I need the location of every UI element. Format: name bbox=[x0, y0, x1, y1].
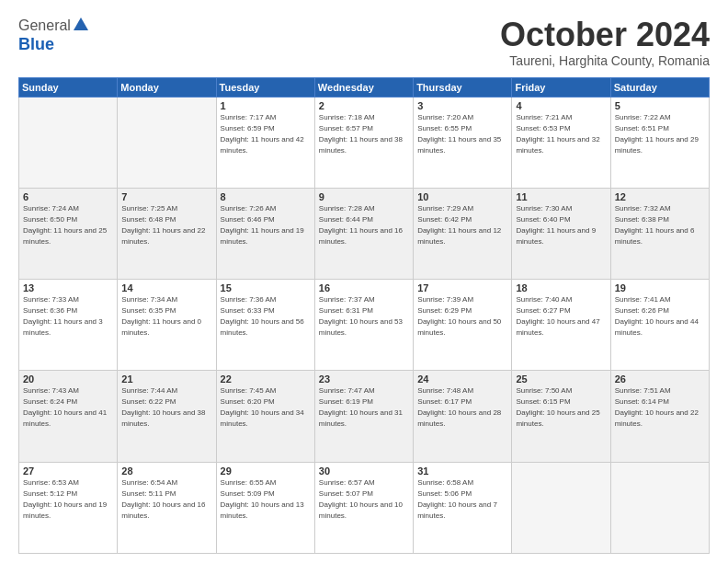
day-number: 17 bbox=[417, 282, 507, 293]
day-number: 7 bbox=[121, 191, 211, 202]
calendar-cell: 18Sunrise: 7:40 AMSunset: 6:27 PMDayligh… bbox=[512, 280, 610, 371]
day-detail: Sunrise: 7:21 AMSunset: 6:53 PMDaylight:… bbox=[516, 112, 606, 156]
day-number: 11 bbox=[516, 191, 606, 202]
calendar-cell: 31Sunrise: 6:58 AMSunset: 5:06 PMDayligh… bbox=[414, 462, 512, 553]
logo-blue-text: Blue bbox=[18, 35, 54, 53]
weekday-header-row: SundayMondayTuesdayWednesdayThursdayFrid… bbox=[19, 77, 710, 97]
calendar-cell: 3Sunrise: 7:20 AMSunset: 6:55 PMDaylight… bbox=[414, 97, 512, 188]
week-row-1: 1Sunrise: 7:17 AMSunset: 6:59 PMDaylight… bbox=[19, 97, 710, 188]
weekday-header-saturday: Saturday bbox=[610, 77, 709, 97]
day-detail: Sunrise: 7:36 AMSunset: 6:33 PMDaylight:… bbox=[221, 294, 311, 339]
calendar-cell bbox=[610, 462, 709, 553]
calendar-cell: 22Sunrise: 7:45 AMSunset: 6:20 PMDayligh… bbox=[216, 371, 314, 462]
day-number: 19 bbox=[615, 282, 705, 293]
weekday-header-wednesday: Wednesday bbox=[314, 77, 413, 97]
day-detail: Sunrise: 7:51 AMSunset: 6:14 PMDaylight:… bbox=[615, 385, 705, 430]
weekday-header-sunday: Sunday bbox=[19, 77, 118, 97]
day-number: 29 bbox=[221, 465, 311, 477]
day-number: 12 bbox=[615, 191, 705, 202]
calendar-cell: 21Sunrise: 7:44 AMSunset: 6:22 PMDayligh… bbox=[118, 371, 216, 462]
month-title: October 2024 bbox=[500, 17, 710, 53]
day-number: 4 bbox=[516, 100, 606, 111]
day-number: 10 bbox=[417, 191, 507, 202]
day-number: 20 bbox=[23, 373, 113, 385]
calendar-cell: 4Sunrise: 7:21 AMSunset: 6:53 PMDaylight… bbox=[512, 97, 610, 188]
day-number: 5 bbox=[615, 100, 705, 111]
calendar-cell: 12Sunrise: 7:32 AMSunset: 6:38 PMDayligh… bbox=[610, 188, 709, 279]
logo-triangle-icon bbox=[73, 17, 89, 31]
week-row-2: 6Sunrise: 7:24 AMSunset: 6:50 PMDaylight… bbox=[19, 188, 710, 279]
calendar-cell: 6Sunrise: 7:24 AMSunset: 6:50 PMDaylight… bbox=[19, 188, 118, 279]
calendar-cell: 26Sunrise: 7:51 AMSunset: 6:14 PMDayligh… bbox=[610, 371, 709, 462]
day-detail: Sunrise: 6:55 AMSunset: 5:09 PMDaylight:… bbox=[221, 477, 311, 522]
day-detail: Sunrise: 6:53 AMSunset: 5:12 PMDaylight:… bbox=[23, 477, 113, 522]
day-detail: Sunrise: 6:54 AMSunset: 5:11 PMDaylight:… bbox=[121, 477, 211, 522]
logo-general-text: General bbox=[18, 17, 71, 34]
day-number: 2 bbox=[319, 100, 409, 111]
day-detail: Sunrise: 7:22 AMSunset: 6:51 PMDaylight:… bbox=[615, 112, 705, 156]
day-number: 25 bbox=[516, 373, 606, 385]
day-detail: Sunrise: 7:18 AMSunset: 6:57 PMDaylight:… bbox=[319, 112, 409, 156]
calendar-cell bbox=[118, 97, 216, 188]
calendar-cell: 19Sunrise: 7:41 AMSunset: 6:26 PMDayligh… bbox=[610, 280, 709, 371]
calendar-cell: 2Sunrise: 7:18 AMSunset: 6:57 PMDaylight… bbox=[314, 97, 413, 188]
calendar-cell: 30Sunrise: 6:57 AMSunset: 5:07 PMDayligh… bbox=[314, 462, 413, 553]
calendar-cell: 16Sunrise: 7:37 AMSunset: 6:31 PMDayligh… bbox=[314, 280, 413, 371]
day-detail: Sunrise: 7:40 AMSunset: 6:27 PMDaylight:… bbox=[516, 294, 606, 339]
day-detail: Sunrise: 7:33 AMSunset: 6:36 PMDaylight:… bbox=[23, 294, 113, 339]
calendar-cell: 24Sunrise: 7:48 AMSunset: 6:17 PMDayligh… bbox=[414, 371, 512, 462]
day-number: 16 bbox=[319, 282, 409, 293]
title-block: October 2024 Taureni, Harghita County, R… bbox=[500, 17, 710, 68]
day-detail: Sunrise: 7:28 AMSunset: 6:44 PMDaylight:… bbox=[319, 203, 409, 247]
day-number: 28 bbox=[121, 465, 211, 477]
day-number: 23 bbox=[319, 373, 409, 385]
day-detail: Sunrise: 7:26 AMSunset: 6:46 PMDaylight:… bbox=[221, 203, 311, 247]
calendar-cell bbox=[19, 97, 118, 188]
day-number: 18 bbox=[516, 282, 606, 293]
week-row-3: 13Sunrise: 7:33 AMSunset: 6:36 PMDayligh… bbox=[19, 280, 710, 371]
calendar-cell: 8Sunrise: 7:26 AMSunset: 6:46 PMDaylight… bbox=[216, 188, 314, 279]
day-detail: Sunrise: 6:57 AMSunset: 5:07 PMDaylight:… bbox=[319, 477, 409, 522]
header: General Blue October 2024 Taureni, Hargh… bbox=[18, 17, 710, 68]
day-detail: Sunrise: 7:39 AMSunset: 6:29 PMDaylight:… bbox=[417, 294, 507, 339]
day-detail: Sunrise: 6:58 AMSunset: 5:06 PMDaylight:… bbox=[417, 477, 507, 522]
calendar-cell: 27Sunrise: 6:53 AMSunset: 5:12 PMDayligh… bbox=[19, 462, 118, 553]
day-number: 21 bbox=[121, 373, 211, 385]
day-number: 1 bbox=[221, 100, 311, 111]
day-detail: Sunrise: 7:43 AMSunset: 6:24 PMDaylight:… bbox=[23, 385, 113, 430]
calendar-cell: 9Sunrise: 7:28 AMSunset: 6:44 PMDaylight… bbox=[314, 188, 413, 279]
calendar-cell: 15Sunrise: 7:36 AMSunset: 6:33 PMDayligh… bbox=[216, 280, 314, 371]
page: General Blue October 2024 Taureni, Hargh… bbox=[0, 0, 728, 563]
calendar-cell: 17Sunrise: 7:39 AMSunset: 6:29 PMDayligh… bbox=[414, 280, 512, 371]
day-detail: Sunrise: 7:37 AMSunset: 6:31 PMDaylight:… bbox=[319, 294, 409, 339]
week-row-5: 27Sunrise: 6:53 AMSunset: 5:12 PMDayligh… bbox=[19, 462, 710, 553]
calendar-cell: 5Sunrise: 7:22 AMSunset: 6:51 PMDaylight… bbox=[610, 97, 709, 188]
calendar-table: SundayMondayTuesdayWednesdayThursdayFrid… bbox=[18, 77, 710, 554]
calendar-cell: 14Sunrise: 7:34 AMSunset: 6:35 PMDayligh… bbox=[118, 280, 216, 371]
day-detail: Sunrise: 7:45 AMSunset: 6:20 PMDaylight:… bbox=[221, 385, 311, 430]
day-detail: Sunrise: 7:34 AMSunset: 6:35 PMDaylight:… bbox=[121, 294, 211, 339]
calendar-cell: 13Sunrise: 7:33 AMSunset: 6:36 PMDayligh… bbox=[19, 280, 118, 371]
day-number: 30 bbox=[319, 465, 409, 477]
day-number: 24 bbox=[417, 373, 507, 385]
day-number: 26 bbox=[615, 373, 705, 385]
day-detail: Sunrise: 7:47 AMSunset: 6:19 PMDaylight:… bbox=[319, 385, 409, 430]
calendar-cell: 1Sunrise: 7:17 AMSunset: 6:59 PMDaylight… bbox=[216, 97, 314, 188]
day-number: 6 bbox=[23, 191, 113, 202]
day-detail: Sunrise: 7:29 AMSunset: 6:42 PMDaylight:… bbox=[417, 203, 507, 247]
day-detail: Sunrise: 7:20 AMSunset: 6:55 PMDaylight:… bbox=[417, 112, 507, 156]
day-number: 3 bbox=[417, 100, 507, 111]
calendar-cell: 10Sunrise: 7:29 AMSunset: 6:42 PMDayligh… bbox=[414, 188, 512, 279]
day-number: 14 bbox=[121, 282, 211, 293]
day-detail: Sunrise: 7:44 AMSunset: 6:22 PMDaylight:… bbox=[121, 385, 211, 430]
calendar-cell: 23Sunrise: 7:47 AMSunset: 6:19 PMDayligh… bbox=[314, 371, 413, 462]
logo: General Blue bbox=[18, 17, 89, 54]
day-detail: Sunrise: 7:50 AMSunset: 6:15 PMDaylight:… bbox=[516, 385, 606, 430]
calendar-cell: 28Sunrise: 6:54 AMSunset: 5:11 PMDayligh… bbox=[118, 462, 216, 553]
day-detail: Sunrise: 7:17 AMSunset: 6:59 PMDaylight:… bbox=[221, 112, 311, 156]
weekday-header-monday: Monday bbox=[118, 77, 216, 97]
calendar-cell: 25Sunrise: 7:50 AMSunset: 6:15 PMDayligh… bbox=[512, 371, 610, 462]
day-number: 15 bbox=[221, 282, 311, 293]
day-number: 8 bbox=[221, 191, 311, 202]
calendar-cell: 29Sunrise: 6:55 AMSunset: 5:09 PMDayligh… bbox=[216, 462, 314, 553]
